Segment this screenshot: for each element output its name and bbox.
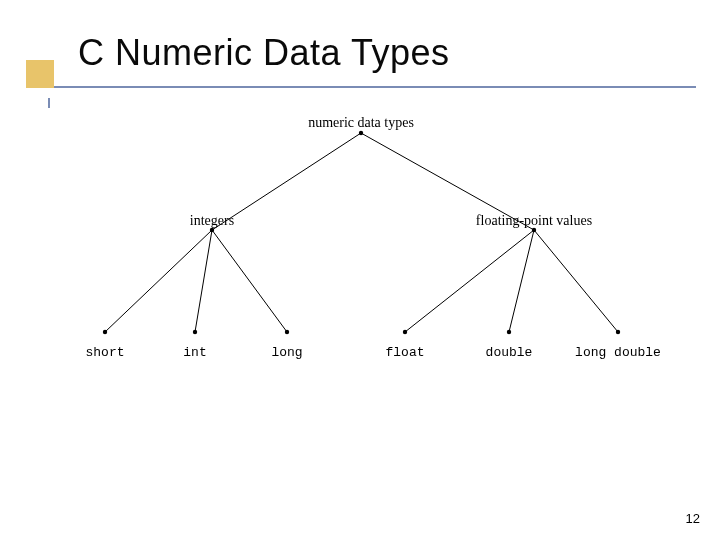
node-floats: floating-point values [476,213,592,229]
svg-point-6 [103,330,107,334]
svg-line-1 [212,133,361,230]
slide: C Numeric Data Types numeric data typesi… [0,0,720,540]
svg-line-9 [212,230,287,332]
slide-title: C Numeric Data Types [78,32,449,74]
page-number: 12 [686,511,700,526]
svg-line-13 [509,230,534,332]
svg-point-16 [616,330,620,334]
svg-point-8 [193,330,197,334]
leaf-double: double [486,345,533,360]
leaf-short: short [85,345,124,360]
leaf-float: float [385,345,424,360]
root-label: numeric data types [308,115,414,131]
accent-square-icon [26,60,54,88]
svg-point-10 [285,330,289,334]
node-integers: integers [190,213,234,229]
svg-line-15 [534,230,618,332]
leaf-long-double: long double [575,345,661,360]
svg-point-14 [507,330,511,334]
svg-line-5 [105,230,212,332]
svg-line-11 [405,230,534,332]
leaf-long: long [271,345,302,360]
svg-line-7 [195,230,212,332]
leaf-int: int [183,345,206,360]
svg-point-12 [403,330,407,334]
tree-diagram [0,0,720,540]
